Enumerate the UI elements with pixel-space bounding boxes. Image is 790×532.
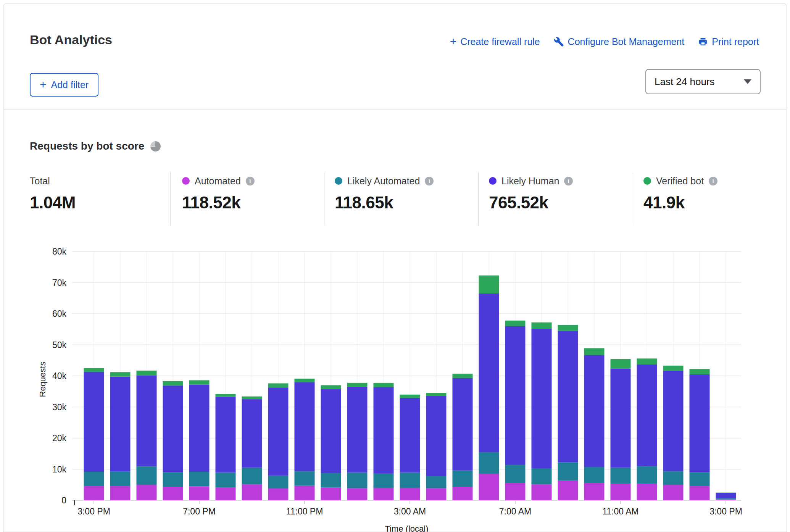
info-icon[interactable]: i bbox=[246, 177, 255, 185]
bar-segment-likely-human[interactable] bbox=[163, 385, 183, 472]
bar-segment-verified-bot[interactable] bbox=[611, 359, 631, 368]
bar-segment-automated[interactable] bbox=[663, 485, 684, 500]
bar-segment-automated[interactable] bbox=[637, 484, 657, 500]
bar-segment-likely-automated[interactable] bbox=[532, 469, 552, 484]
bar-segment-likely-human[interactable] bbox=[558, 331, 578, 463]
bar-segment-likely-human[interactable] bbox=[505, 326, 526, 465]
bar-segment-automated[interactable] bbox=[110, 486, 131, 500]
bar-segment-likely-human[interactable] bbox=[110, 377, 131, 472]
time-range-select[interactable]: Last 24 hours bbox=[645, 69, 761, 94]
bar-segment-likely-human[interactable] bbox=[532, 329, 552, 469]
bar-segment-likely-automated[interactable] bbox=[189, 472, 210, 486]
bar-segment-automated[interactable] bbox=[295, 486, 315, 500]
bar-segment-verified-bot[interactable] bbox=[84, 368, 104, 372]
bar-segment-likely-automated[interactable] bbox=[690, 472, 710, 486]
bar-segment-likely-automated[interactable] bbox=[347, 472, 368, 488]
bar-segment-verified-bot[interactable] bbox=[295, 379, 315, 382]
bar-segment-likely-automated[interactable] bbox=[321, 473, 341, 487]
print-report-link[interactable]: Print report bbox=[698, 36, 759, 47]
bar-segment-verified-bot[interactable] bbox=[505, 321, 526, 326]
bar-segment-likely-human[interactable] bbox=[137, 375, 157, 466]
bar-segment-verified-bot[interactable] bbox=[479, 276, 499, 293]
bar-segment-automated[interactable] bbox=[400, 488, 420, 500]
bar-segment-likely-human[interactable] bbox=[426, 396, 447, 476]
bar-segment-verified-bot[interactable] bbox=[637, 358, 657, 364]
add-filter-button[interactable]: + Add filter bbox=[30, 73, 98, 97]
bar-segment-automated[interactable] bbox=[321, 488, 341, 500]
bar-segment-likely-human[interactable] bbox=[374, 387, 394, 474]
bar-segment-automated[interactable] bbox=[716, 500, 736, 500]
bar-segment-likely-human[interactable] bbox=[690, 374, 710, 472]
bar-segment-verified-bot[interactable] bbox=[242, 397, 262, 399]
bar-segment-automated[interactable] bbox=[84, 486, 104, 500]
bar-segment-likely-automated[interactable] bbox=[110, 471, 131, 486]
bar-segment-automated[interactable] bbox=[558, 481, 578, 500]
bar-segment-likely-automated[interactable] bbox=[479, 452, 499, 474]
bar-segment-likely-automated[interactable] bbox=[505, 465, 526, 483]
bar-segment-likely-human[interactable] bbox=[347, 387, 368, 473]
bar-segment-automated[interactable] bbox=[479, 474, 499, 500]
bar-segment-likely-human[interactable] bbox=[321, 389, 341, 473]
bar-segment-likely-human[interactable] bbox=[400, 398, 420, 473]
bar-segment-verified-bot[interactable] bbox=[426, 393, 447, 396]
bar-segment-likely-automated[interactable] bbox=[268, 476, 289, 488]
bar-segment-automated[interactable] bbox=[216, 487, 236, 500]
bar-segment-automated[interactable] bbox=[163, 487, 183, 500]
bar-segment-likely-automated[interactable] bbox=[216, 472, 236, 487]
bar-segment-likely-automated[interactable] bbox=[453, 471, 473, 487]
bar-segment-likely-human[interactable] bbox=[295, 382, 315, 471]
bar-segment-likely-human[interactable] bbox=[716, 493, 736, 498]
bar-segment-likely-automated[interactable] bbox=[137, 466, 157, 485]
bar-segment-automated[interactable] bbox=[347, 488, 368, 500]
bar-segment-likely-human[interactable] bbox=[611, 368, 631, 468]
info-icon[interactable]: i bbox=[564, 177, 573, 185]
bar-segment-likely-human[interactable] bbox=[216, 397, 236, 473]
bar-segment-verified-bot[interactable] bbox=[110, 372, 131, 376]
bar-segment-likely-human[interactable] bbox=[663, 371, 684, 471]
bar-segment-likely-automated[interactable] bbox=[637, 466, 657, 484]
bar-segment-likely-human[interactable] bbox=[268, 387, 289, 476]
bar-segment-likely-human[interactable] bbox=[242, 399, 262, 468]
bar-segment-likely-automated[interactable] bbox=[374, 474, 394, 488]
bar-segment-verified-bot[interactable] bbox=[584, 348, 605, 355]
bar-segment-automated[interactable] bbox=[690, 486, 710, 500]
bar-segment-verified-bot[interactable] bbox=[690, 369, 710, 374]
bar-segment-verified-bot[interactable] bbox=[216, 394, 236, 397]
bar-segment-verified-bot[interactable] bbox=[558, 325, 578, 330]
bar-segment-verified-bot[interactable] bbox=[453, 374, 473, 378]
bar-segment-automated[interactable] bbox=[374, 488, 394, 500]
bar-segment-verified-bot[interactable] bbox=[374, 383, 394, 387]
info-icon[interactable]: i bbox=[709, 177, 717, 185]
bar-segment-likely-human[interactable] bbox=[189, 385, 210, 472]
bar-segment-likely-automated[interactable] bbox=[611, 468, 631, 484]
bar-segment-automated[interactable] bbox=[189, 486, 210, 500]
bar-segment-likely-human[interactable] bbox=[637, 364, 657, 466]
info-icon[interactable]: i bbox=[425, 177, 434, 185]
bar-segment-verified-bot[interactable] bbox=[137, 371, 157, 375]
bar-segment-likely-human[interactable] bbox=[584, 355, 605, 467]
bar-segment-verified-bot[interactable] bbox=[189, 380, 210, 384]
bar-segment-verified-bot[interactable] bbox=[268, 384, 289, 388]
bar-segment-likely-automated[interactable] bbox=[242, 468, 262, 484]
bar-segment-likely-automated[interactable] bbox=[663, 471, 684, 485]
bar-segment-automated[interactable] bbox=[505, 483, 526, 500]
bar-segment-likely-automated[interactable] bbox=[716, 498, 736, 499]
bar-segment-verified-bot[interactable] bbox=[321, 385, 341, 389]
bar-segment-likely-automated[interactable] bbox=[426, 476, 447, 488]
bar-segment-automated[interactable] bbox=[611, 484, 631, 500]
bar-segment-likely-human[interactable] bbox=[479, 293, 499, 452]
configure-bot-management-link[interactable]: Configure Bot Management bbox=[554, 36, 685, 47]
bar-segment-automated[interactable] bbox=[584, 483, 605, 500]
bar-segment-likely-automated[interactable] bbox=[400, 472, 420, 488]
bar-segment-likely-automated[interactable] bbox=[584, 467, 605, 483]
bar-segment-likely-automated[interactable] bbox=[295, 471, 315, 485]
bar-segment-likely-human[interactable] bbox=[453, 378, 473, 471]
bar-segment-verified-bot[interactable] bbox=[532, 322, 552, 329]
bar-segment-automated[interactable] bbox=[137, 485, 157, 500]
bar-segment-verified-bot[interactable] bbox=[716, 493, 736, 493]
bar-segment-likely-automated[interactable] bbox=[84, 472, 104, 486]
bar-segment-automated[interactable] bbox=[453, 487, 473, 500]
bar-segment-likely-automated[interactable] bbox=[163, 472, 183, 487]
bar-segment-verified-bot[interactable] bbox=[347, 383, 368, 387]
bar-segment-likely-automated[interactable] bbox=[558, 463, 578, 481]
